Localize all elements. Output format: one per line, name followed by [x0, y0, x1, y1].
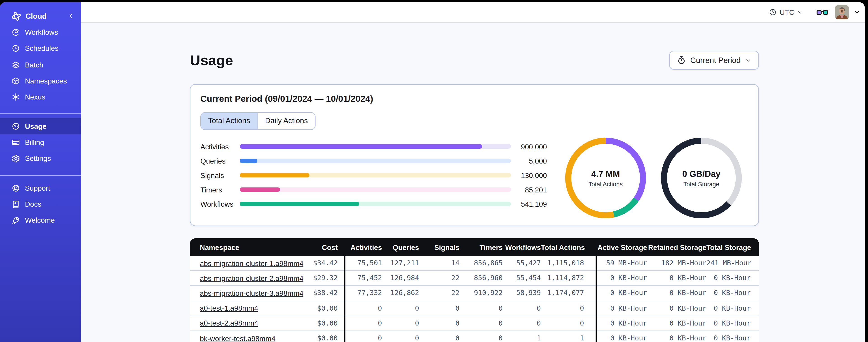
table-row: abs-migration-cluster-1.a98mm4$34.4275,5… — [190, 256, 759, 271]
workflows-icon — [11, 28, 20, 37]
sidebar-item-workflows[interactable]: Workflows — [0, 24, 81, 41]
support-icon — [11, 184, 20, 192]
batch-icon — [11, 61, 20, 69]
actions-tab-group: Total ActionsDaily Actions — [200, 112, 316, 130]
namespace-link[interactable]: abs-migration-cluster-2.a98mm4 — [200, 274, 304, 282]
column-header-activities: Activities — [344, 243, 382, 251]
bar-fill — [240, 173, 310, 177]
sidebar-item-nexus[interactable]: Nexus — [0, 89, 81, 105]
sidebar-nav-secondary: SupportDocsWelcome — [0, 180, 81, 228]
column-header-total-actions: Total Actions — [541, 243, 584, 251]
donut-total-actions: 4.7 MM Total Actions — [565, 138, 646, 218]
sidebar-item-docs[interactable]: Docs — [0, 196, 81, 212]
content-area: UTC Usage Current Period — [81, 2, 865, 342]
donut-total-storage: 0 GB/Day Total Storage — [661, 138, 742, 218]
column-header-cost: Cost — [289, 243, 344, 251]
column-header-workflows: Workflows — [503, 243, 541, 251]
column-header-active-storage: Active Storage — [584, 243, 647, 251]
stopwatch-icon — [677, 56, 686, 65]
table-row: a0-test-1.a98mm4$0.000000000 KB-Hour0 KB… — [190, 301, 759, 316]
user-menu-chevron-icon[interactable] — [854, 9, 860, 15]
nexus-icon — [11, 93, 20, 101]
period-selector-label: Current Period — [690, 56, 741, 65]
clock-icon — [769, 8, 777, 16]
billing-icon — [11, 138, 20, 146]
sidebar-item-welcome[interactable]: Welcome — [0, 212, 81, 229]
sidebar-nav-account: UsageBillingSettings — [0, 118, 81, 167]
table-divider — [344, 256, 345, 342]
usage-icon — [11, 122, 20, 130]
chevron-down-icon — [797, 9, 803, 15]
app: Cloud WorkflowsSchedulesBatchNamespacesN… — [0, 0, 868, 342]
sidebar-title: Cloud — [26, 12, 67, 20]
sidebar-item-billing[interactable]: Billing — [0, 134, 81, 150]
table-row: a0-test-2.a98mm4$0.000000000 KB-Hour0 KB… — [190, 316, 759, 331]
timezone-picker[interactable]: UTC — [769, 8, 803, 16]
table-header: NamespaceCostActivitiesQueriesSignalsTim… — [190, 238, 759, 256]
column-header-timers: Timers — [460, 243, 503, 251]
browser-window: Cloud WorkflowsSchedulesBatchNamespacesN… — [0, 2, 865, 342]
namespaces-icon — [11, 77, 20, 85]
bar-track — [240, 202, 511, 206]
sidebar-nav-primary: WorkflowsSchedulesBatchNamespacesNexus — [0, 24, 81, 105]
sidebar-header: Cloud — [0, 8, 81, 24]
card-title: Current Period (09/01/2024 — 10/01/2024) — [200, 94, 748, 104]
welcome-icon — [11, 216, 20, 225]
table-divider — [595, 256, 596, 342]
bar-fill — [240, 202, 359, 206]
bar-track — [240, 173, 511, 177]
table-row: abs-migration-cluster-2.a98mm4$29.3275,4… — [190, 271, 759, 286]
page-title: Usage — [190, 52, 233, 69]
settings-icon — [11, 154, 20, 163]
bar-track — [240, 187, 511, 192]
sidebar-item-batch[interactable]: Batch — [0, 57, 81, 73]
bar-fill — [240, 187, 280, 192]
sidebar-divider — [0, 175, 81, 176]
column-header-signals: Signals — [419, 243, 460, 251]
chevron-down-icon — [745, 57, 751, 63]
namespace-link[interactable]: abs-migration-cluster-1.a98mm4 — [200, 259, 304, 267]
tab-daily-actions[interactable]: Daily Actions — [257, 113, 315, 130]
column-header-total-storage: Total Storage — [707, 243, 751, 251]
topbar: UTC — [81, 2, 865, 23]
usage-bar-activities: Activities 900,000 — [200, 139, 748, 153]
avatar[interactable] — [835, 5, 849, 20]
sidebar-item-namespaces[interactable]: Namespaces — [0, 73, 81, 89]
namespace-link[interactable]: a0-test-1.a98mm4 — [200, 304, 258, 312]
sidebar-item-schedules[interactable]: Schedules — [0, 41, 81, 57]
sidebar-item-usage[interactable]: Usage — [0, 118, 81, 134]
sidebar-collapse-button[interactable] — [67, 13, 74, 19]
namespace-link[interactable]: a0-test-2.a98mm4 — [200, 319, 258, 328]
namespace-link[interactable]: abs-migration-cluster-3.a98mm4 — [200, 289, 304, 297]
docs-icon — [11, 200, 20, 208]
bar-track — [240, 144, 511, 149]
period-selector-button[interactable]: Current Period — [669, 51, 759, 69]
usage-table: NamespaceCostActivitiesQueriesSignalsTim… — [190, 238, 759, 342]
table-body: abs-migration-cluster-1.a98mm4$34.4275,5… — [190, 256, 759, 342]
main: Usage Current Period Current Period (09/… — [81, 23, 865, 342]
column-header-queries: Queries — [382, 243, 419, 251]
sidebar-item-settings[interactable]: Settings — [0, 150, 81, 167]
table-row: abs-migration-cluster-3.a98mm4$38.4277,3… — [190, 286, 759, 301]
sidebar: Cloud WorkflowsSchedulesBatchNamespacesN… — [0, 2, 81, 342]
namespace-link[interactable]: bk-worker-test.a98mm4 — [200, 334, 276, 342]
feedback-glasses-button[interactable] — [816, 8, 828, 16]
table-row: bk-worker-test.a98mm4$0.000000110 KB-Hou… — [190, 331, 759, 342]
sidebar-divider — [0, 113, 81, 114]
schedules-icon — [11, 44, 20, 53]
temporal-logo-icon — [11, 11, 22, 22]
timezone-label: UTC — [780, 8, 794, 16]
column-header-namespace: Namespace — [190, 243, 289, 251]
bar-fill — [240, 144, 482, 149]
sidebar-item-support[interactable]: Support — [0, 180, 81, 196]
column-header-retained-storage: Retained Storage — [647, 243, 706, 251]
bar-fill — [240, 159, 257, 163]
usage-summary-card: Current Period (09/01/2024 — 10/01/2024)… — [190, 84, 759, 226]
usage-bar-workflows: Workflows 541,109 — [200, 197, 748, 211]
tab-total-actions[interactable]: Total Actions — [201, 113, 257, 130]
bar-track — [240, 159, 511, 163]
glasses-icon — [816, 8, 828, 16]
